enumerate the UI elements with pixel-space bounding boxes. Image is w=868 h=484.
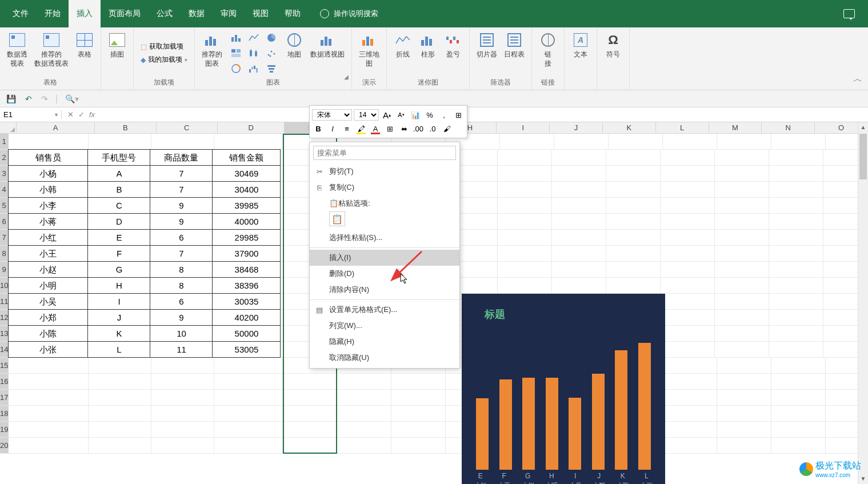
cell-N13[interactable] <box>769 326 823 342</box>
cell-C4[interactable]: 7 <box>150 181 213 198</box>
cell-K8[interactable] <box>606 246 661 262</box>
cell-B10[interactable]: H <box>87 277 150 294</box>
sparkline-line-button[interactable]: 折线 <box>391 30 414 77</box>
cell-M2[interactable] <box>715 150 769 166</box>
cell-M16[interactable] <box>717 374 771 390</box>
cell-I9[interactable] <box>498 262 552 278</box>
cell-B12[interactable]: J <box>87 309 150 326</box>
cell-C1[interactable] <box>151 134 214 150</box>
ctx-column-width[interactable]: 列宽(W)... <box>310 318 459 334</box>
row-header-6[interactable]: 6 <box>0 214 9 230</box>
recommended-charts-button[interactable]: 推荐的 图表 <box>199 30 225 77</box>
redo-button[interactable]: ↷ <box>39 94 50 103</box>
cell-D9[interactable]: 38468 <box>212 261 281 278</box>
get-addins-button[interactable]: ⬚获取加载项 <box>138 41 190 53</box>
enter-formula-button[interactable]: ✓ <box>78 110 85 119</box>
chart-bar-6[interactable] <box>615 350 627 470</box>
cell-A7[interactable]: 小红 <box>8 229 88 246</box>
cell-K5[interactable] <box>606 198 661 214</box>
bold-button[interactable]: B <box>312 122 325 135</box>
cell-L16[interactable] <box>663 374 717 390</box>
cell-M4[interactable] <box>715 182 769 198</box>
cell-M12[interactable] <box>715 310 769 326</box>
scroll-thumb[interactable] <box>859 134 867 179</box>
cell-G16[interactable] <box>391 374 446 390</box>
cell-D15[interactable] <box>214 358 283 374</box>
cell-E16[interactable] <box>283 374 337 390</box>
col-header-D[interactable]: D <box>218 122 285 133</box>
cell-C16[interactable] <box>151 374 214 390</box>
cell-N20[interactable] <box>771 438 826 454</box>
cell-G20[interactable] <box>391 438 446 454</box>
cell-D7[interactable]: 29985 <box>212 229 281 246</box>
cell-A14[interactable]: 小张 <box>8 341 88 358</box>
cell-I1[interactable] <box>500 134 554 150</box>
cell-D19[interactable] <box>214 422 283 438</box>
cell-M14[interactable] <box>715 342 769 358</box>
charts-dialog-launcher[interactable]: ◢ <box>344 74 350 79</box>
comments-icon[interactable] <box>843 9 855 18</box>
combo-chart-button[interactable] <box>228 62 244 75</box>
timeline-button[interactable]: 日程表 <box>502 30 527 77</box>
pivot-chart-button[interactable]: 数据透视图 <box>308 30 347 77</box>
cell-L10[interactable] <box>661 278 715 294</box>
cell-D13[interactable]: 50000 <box>212 325 281 342</box>
3d-map-button[interactable]: 三维地 图 <box>357 30 382 77</box>
cell-L3[interactable] <box>661 166 715 182</box>
ribbon-collapse-button[interactable]: ︿ <box>853 73 862 85</box>
col-header-I[interactable]: I <box>497 122 550 133</box>
cell-C17[interactable] <box>151 390 214 406</box>
cell-C11[interactable]: 6 <box>150 293 213 310</box>
row-header-1[interactable]: 1 <box>0 134 9 150</box>
ctx-format-cells[interactable]: ▤设置单元格格式(E)... <box>310 302 459 318</box>
cell-D18[interactable] <box>214 406 283 422</box>
cell-M7[interactable] <box>715 230 769 246</box>
cell-D2[interactable]: 销售金额 <box>212 149 281 166</box>
waterfall-chart-button[interactable] <box>246 62 262 75</box>
cell-E20[interactable] <box>283 438 337 454</box>
cell-C15[interactable] <box>151 358 214 374</box>
cell-I7[interactable] <box>498 230 552 246</box>
cell-K2[interactable] <box>606 150 661 166</box>
row-header-20[interactable]: 20 <box>0 438 9 454</box>
cancel-formula-button[interactable]: ✕ <box>67 110 74 119</box>
mini-size-select[interactable]: 14 <box>354 109 379 121</box>
cell-M10[interactable] <box>715 278 769 294</box>
cell-A15[interactable] <box>9 358 89 374</box>
cell-C8[interactable]: 7 <box>150 245 213 262</box>
row-header-4[interactable]: 4 <box>0 182 9 198</box>
pivot-table-button[interactable]: 数据透 视表 <box>5 30 30 77</box>
cell-F19[interactable] <box>337 422 391 438</box>
menu-tab-3[interactable]: 页面布局 <box>101 0 149 27</box>
cell-A12[interactable]: 小郑 <box>8 309 88 326</box>
cell-I6[interactable] <box>498 214 552 230</box>
cell-B1[interactable] <box>89 134 151 150</box>
context-search-input[interactable] <box>313 146 456 160</box>
table-button[interactable]: 表格 <box>73 30 96 77</box>
col-header-K[interactable]: K <box>603 122 656 133</box>
cell-L15[interactable] <box>663 358 717 374</box>
save-button[interactable]: 💾 <box>5 94 18 103</box>
cell-D5[interactable]: 39985 <box>212 197 281 214</box>
cell-K1[interactable] <box>609 134 663 150</box>
cell-N1[interactable] <box>771 134 826 150</box>
cell-N15[interactable] <box>771 358 826 374</box>
select-all-corner[interactable] <box>0 122 17 133</box>
row-header-14[interactable]: 14 <box>0 342 9 358</box>
cell-B9[interactable]: G <box>87 261 150 278</box>
row-header-17[interactable]: 17 <box>0 390 9 406</box>
cell-M3[interactable] <box>715 166 769 182</box>
chart-bar-3[interactable] <box>546 378 558 470</box>
cell-A19[interactable] <box>9 422 89 438</box>
row-header-16[interactable]: 16 <box>0 374 9 390</box>
cell-L4[interactable] <box>661 182 715 198</box>
illustrations-button[interactable]: 插图 <box>106 30 129 78</box>
row-header-10[interactable]: 10 <box>0 278 9 294</box>
sparkline-column-button[interactable]: 柱形 <box>417 30 439 77</box>
cell-G18[interactable] <box>391 406 446 422</box>
cell-K6[interactable] <box>606 214 661 230</box>
cell-A13[interactable]: 小陈 <box>8 325 88 342</box>
cell-M1[interactable] <box>717 134 771 150</box>
cell-D6[interactable]: 40000 <box>212 213 281 230</box>
cell-L9[interactable] <box>661 262 715 278</box>
